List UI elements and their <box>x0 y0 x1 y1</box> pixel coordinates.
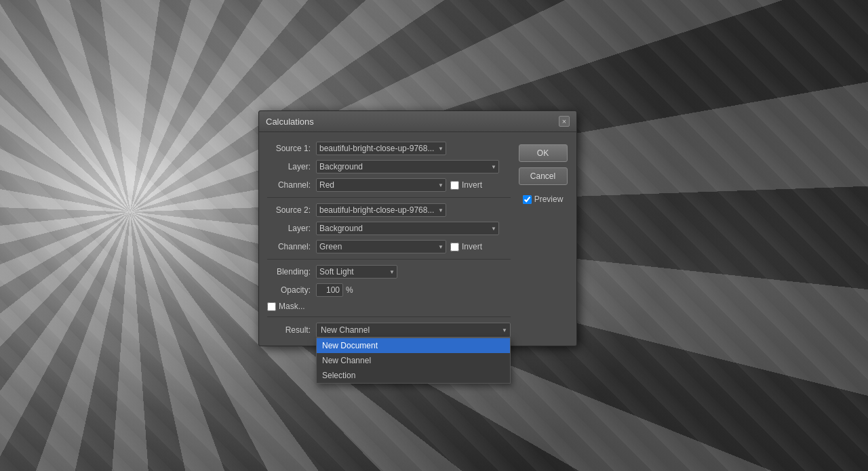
layer1-select-wrapper: Background <box>316 160 499 173</box>
invert1-checkbox[interactable] <box>450 181 459 190</box>
channel1-label: Channel: <box>267 180 316 190</box>
preview-label: Preview <box>534 194 564 204</box>
dropdown-item-new-document[interactable]: New Document <box>317 338 510 353</box>
result-row: Result: New Document New Channel Selecti… <box>267 323 511 337</box>
invert2-checkbox[interactable] <box>450 243 459 251</box>
mask-row: Mask... <box>267 302 511 311</box>
invert2-group: Invert <box>450 242 482 251</box>
blending-label: Blending: <box>267 267 316 277</box>
layer2-select-wrapper: Background <box>316 222 499 235</box>
source2-label: Source 2: <box>267 205 316 215</box>
layer1-row: Layer: Background <box>267 160 511 173</box>
ok-button[interactable]: OK <box>519 144 568 162</box>
channel2-label: Channel: <box>267 242 316 251</box>
dialog-left-panel: Source 1: beautiful-bright-close-up-9768… <box>267 142 511 337</box>
source1-select[interactable]: beautiful-bright-close-up-9768... <box>316 142 446 155</box>
channel2-row: Channel: Red Green Blue Invert <box>267 240 511 253</box>
layer1-select[interactable]: Background <box>316 160 499 173</box>
mask-checkbox[interactable] <box>267 302 276 311</box>
blending-row: Blending: Normal Multiply Screen Overlay… <box>267 265 511 279</box>
cancel-button[interactable]: Cancel <box>519 167 568 185</box>
source1-select-wrapper: beautiful-bright-close-up-9768... <box>316 142 446 155</box>
dropdown-item-new-channel[interactable]: New Channel <box>317 353 510 368</box>
dropdown-item-selection[interactable]: Selection <box>317 368 510 383</box>
source2-row: Source 2: beautiful-bright-close-up-9768… <box>267 203 511 217</box>
channel1-select-wrapper: Red Green Blue <box>316 178 446 192</box>
opacity-label: Opacity: <box>267 285 316 295</box>
layer1-label: Layer: <box>267 162 316 171</box>
source1-label: Source 1: <box>267 144 316 153</box>
layer2-label: Layer: <box>267 224 316 233</box>
divider1 <box>267 197 511 198</box>
result-dropdown-popup: New Document New Channel Selection <box>316 337 511 384</box>
opacity-input[interactable] <box>316 283 343 297</box>
channel2-select-wrapper: Red Green Blue <box>316 240 446 253</box>
divider3 <box>267 316 511 317</box>
source2-select[interactable]: beautiful-bright-close-up-9768... <box>316 203 446 217</box>
opacity-unit: % <box>346 285 353 295</box>
divider2 <box>267 259 511 260</box>
dialog-titlebar: Calculations × <box>259 111 576 132</box>
opacity-row: Opacity: % <box>267 283 511 297</box>
result-label: Result: <box>267 325 316 335</box>
blending-select[interactable]: Normal Multiply Screen Overlay Soft Ligh… <box>316 265 397 279</box>
source2-select-wrapper: beautiful-bright-close-up-9768... <box>316 203 446 217</box>
dialog-overlay: Calculations × Source 1: beautiful-brigh… <box>0 0 868 471</box>
invert1-group: Invert <box>450 180 482 190</box>
mask-label: Mask... <box>279 302 305 311</box>
invert2-label: Invert <box>462 242 482 251</box>
dialog-right-panel: OK Cancel Preview <box>517 142 568 337</box>
calculations-dialog: Calculations × Source 1: beautiful-brigh… <box>258 110 577 346</box>
dialog-body: Source 1: beautiful-bright-close-up-9768… <box>259 132 576 346</box>
blending-select-wrapper: Normal Multiply Screen Overlay Soft Ligh… <box>316 265 397 279</box>
channel2-select[interactable]: Red Green Blue <box>316 240 446 253</box>
preview-checkbox[interactable] <box>523 195 532 204</box>
source1-row: Source 1: beautiful-bright-close-up-9768… <box>267 142 511 155</box>
layer2-row: Layer: Background <box>267 222 511 235</box>
invert1-label: Invert <box>462 180 482 190</box>
dialog-title: Calculations <box>266 117 314 127</box>
channel1-select[interactable]: Red Green Blue <box>316 178 446 192</box>
close-button[interactable]: × <box>559 116 570 127</box>
preview-group: Preview <box>523 194 564 204</box>
channel1-row: Channel: Red Green Blue Invert <box>267 178 511 192</box>
result-select[interactable]: New Document New Channel Selection <box>316 323 511 337</box>
opacity-group: % <box>316 283 353 297</box>
result-select-wrapper: New Document New Channel Selection New D… <box>316 323 511 337</box>
layer2-select[interactable]: Background <box>316 222 499 235</box>
